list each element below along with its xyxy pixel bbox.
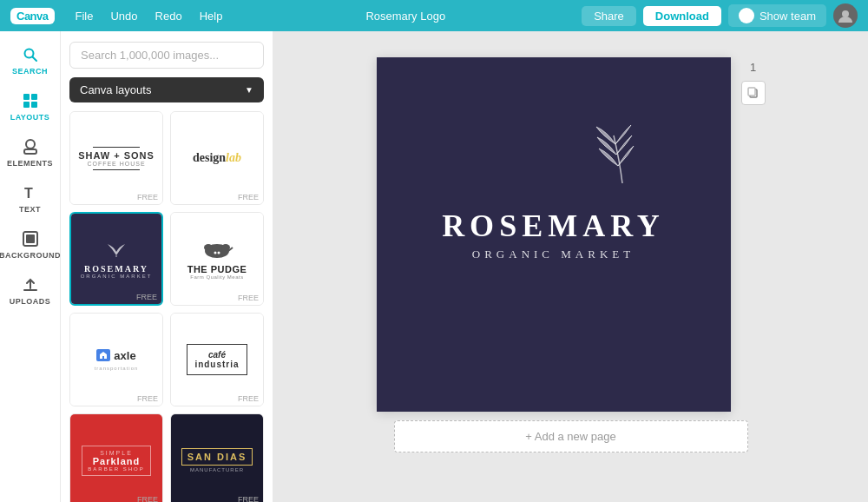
free-badge: FREE xyxy=(238,294,259,302)
text-icon: T xyxy=(21,183,40,202)
design-canvas[interactable]: ROSEMARY ORGANIC MARKET xyxy=(377,57,731,412)
svg-rect-6 xyxy=(31,102,37,108)
sidebar-label-elements: Elements xyxy=(7,159,53,168)
sidebar-label-uploads: Uploads xyxy=(10,297,51,306)
template-cafe[interactable]: café industria FREE xyxy=(170,313,264,406)
template-rosemary[interactable]: ROSEMARY ORGANIC MARKET FREE xyxy=(69,212,163,306)
free-badge: FREE xyxy=(238,495,259,502)
axle-house-icon xyxy=(96,349,110,361)
svg-rect-8 xyxy=(24,149,36,154)
free-badge: FREE xyxy=(136,293,157,301)
layouts-icon xyxy=(21,91,40,110)
download-button[interactable]: Download xyxy=(643,6,721,26)
sidebar-item-uploads[interactable]: Uploads xyxy=(4,268,56,313)
svg-rect-5 xyxy=(23,102,30,108)
svg-rect-3 xyxy=(23,94,30,100)
canvas-page: ROSEMARY ORGANIC MARKET xyxy=(377,57,731,412)
page-number: 1 xyxy=(750,61,756,74)
sidebar-label-text: Text xyxy=(19,205,41,214)
pig-icon xyxy=(200,239,234,258)
svg-rect-20 xyxy=(748,88,755,96)
svg-point-0 xyxy=(842,10,849,17)
search-icon xyxy=(21,45,40,64)
background-icon xyxy=(21,229,40,248)
template-designlab[interactable]: designlab FREE xyxy=(170,111,264,205)
show-team-button[interactable]: Show team xyxy=(728,4,826,27)
sidebar-item-background[interactable]: Background xyxy=(4,222,56,267)
template-grid: SHAW + SONS COFFEE HOUSE FREE designlab … xyxy=(69,111,264,502)
add-page-button[interactable]: + Add a new page xyxy=(394,420,748,452)
template-shaw[interactable]: SHAW + SONS COFFEE HOUSE FREE xyxy=(69,111,163,205)
template-parkland[interactable]: Simple Parkland BARBER SHOP FREE xyxy=(69,413,163,502)
sidebar-label-search: Search xyxy=(12,67,48,76)
sidebar-item-search[interactable]: Search xyxy=(4,38,56,83)
canva-logo[interactable]: Canva xyxy=(10,8,55,24)
template-pudge[interactable]: THE PUDGE Farm Quality Meats FREE xyxy=(170,212,264,306)
uploads-icon xyxy=(21,275,40,294)
svg-point-17 xyxy=(218,251,220,254)
svg-point-16 xyxy=(214,251,217,254)
topbar: Canva File Undo Redo Help Rosemary Logo … xyxy=(0,0,868,31)
sidebar-item-layouts[interactable]: Layouts xyxy=(4,84,56,129)
document-title: Rosemary Logo xyxy=(365,10,445,23)
herb-decoration xyxy=(575,109,661,200)
canvas-wrapper: ROSEMARY ORGANIC MARKET 1 xyxy=(377,57,766,412)
template-axle[interactable]: axle transportation FREE xyxy=(69,313,163,406)
svg-point-7 xyxy=(26,140,35,149)
layout-dropdown[interactable]: Canva layouts ▼ xyxy=(69,77,264,102)
menu-undo[interactable]: Undo xyxy=(103,8,144,24)
menu-help[interactable]: Help xyxy=(193,8,230,24)
svg-rect-11 xyxy=(26,234,35,243)
svg-line-2 xyxy=(32,57,36,62)
page-controls: 1 xyxy=(741,57,766,105)
main-layout: Search Layouts Elements xyxy=(0,31,868,502)
menu-redo[interactable]: Redo xyxy=(148,8,189,24)
dropdown-label: Canva layouts xyxy=(80,83,151,96)
sidebar-label-layouts: Layouts xyxy=(10,113,50,122)
free-badge: FREE xyxy=(137,193,158,201)
sidebar-item-elements[interactable]: Elements xyxy=(4,130,56,175)
canva-logo-text: Canva xyxy=(10,8,55,24)
copy-icon xyxy=(747,87,760,99)
search-input[interactable] xyxy=(69,42,264,69)
svg-text:T: T xyxy=(24,186,33,201)
share-button[interactable]: Share xyxy=(582,6,636,26)
team-avatar-dot xyxy=(739,8,754,23)
page-copy-button[interactable] xyxy=(741,81,766,105)
herb-small-icon xyxy=(103,240,129,257)
panel: Canva layouts ▼ SHAW + SONS COFFEE HOUSE… xyxy=(61,31,273,502)
svg-point-14 xyxy=(204,244,213,251)
sidebar-label-background: Background xyxy=(0,251,61,260)
show-team-label: Show team xyxy=(760,10,816,23)
canvas-area: ROSEMARY ORGANIC MARKET 1 + Add a new pa… xyxy=(273,31,868,502)
avatar-icon xyxy=(838,8,853,23)
template-sandias[interactable]: SAN DIAS MANUFACTURER FREE xyxy=(170,413,264,502)
sidebar-item-text[interactable]: T Text xyxy=(4,176,56,221)
chevron-down-icon: ▼ xyxy=(245,85,253,95)
sidebar-icons: Search Layouts Elements xyxy=(0,31,61,502)
elements-icon xyxy=(21,137,40,156)
free-badge: FREE xyxy=(137,495,158,502)
free-badge: FREE xyxy=(137,394,158,403)
free-badge: FREE xyxy=(238,394,259,403)
free-badge: FREE xyxy=(238,193,259,201)
design-subtitle: ORGANIC MARKET xyxy=(472,248,635,261)
design-title: ROSEMARY xyxy=(442,208,665,244)
svg-rect-4 xyxy=(31,94,37,100)
menu-file[interactable]: File xyxy=(69,8,101,24)
user-avatar[interactable] xyxy=(833,3,858,28)
topbar-menu: File Undo Redo Help xyxy=(69,8,230,24)
